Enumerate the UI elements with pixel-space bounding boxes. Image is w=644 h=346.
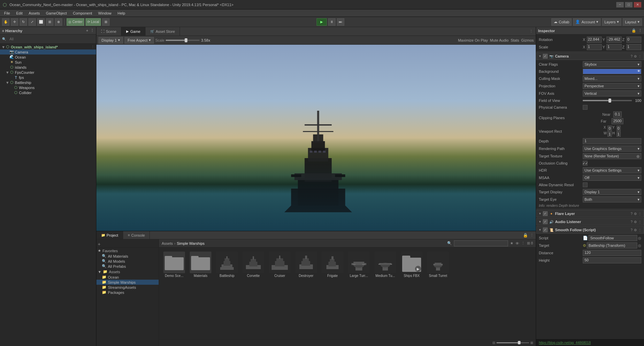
menu-gameobject[interactable]: GameObject [43, 10, 70, 16]
play-button[interactable]: ▶ [317, 18, 327, 26]
target-ref-target-icon[interactable]: ◎ [638, 243, 641, 248]
vp-w-value[interactable]: 1 [607, 131, 612, 137]
asset-item-corvette[interactable]: Corvette [241, 250, 266, 279]
asset-item-medium-turret[interactable]: Medium Tu... [373, 250, 398, 279]
project-item-ocean[interactable]: 📁 Ocean [96, 275, 159, 280]
culling-mask-dropdown[interactable]: Mixed... ▾ [583, 75, 641, 82]
hierarchy-add-icon[interactable]: + [86, 28, 88, 33]
camera-comp-enable[interactable]: ✓ [543, 54, 548, 59]
physical-camera-checkbox[interactable] [583, 105, 588, 110]
minimize-button[interactable]: − [616, 2, 624, 7]
occlusion-culling-checkbox[interactable]: ✓ [583, 161, 588, 166]
smooth-follow-more-icon[interactable]: ⋮ [638, 228, 642, 232]
asset-item-small-turret[interactable]: Small Turret [426, 250, 451, 279]
background-color-picker[interactable]: 👁 [583, 69, 641, 74]
mute-audio-button[interactable]: Mute Audio [490, 38, 509, 42]
hierarchy-item-sun[interactable]: ▶ ☀ Sun [0, 60, 96, 65]
more-filter-icon[interactable]: ⋮ [521, 241, 525, 245]
asset-item-frigate[interactable]: Frigate [320, 250, 345, 279]
menu-window[interactable]: Window [95, 10, 114, 16]
scale-z-value[interactable]: 1 [626, 44, 641, 50]
scene-more-icon[interactable]: ⋮ [91, 45, 95, 49]
flare-layer-header[interactable]: ▼ ✓ ✦ Flare Layer ? ⚙ ⋮ [536, 210, 644, 217]
scale-y-value[interactable]: 1 [606, 44, 621, 50]
asset-item-destroyer[interactable]: Destroyer [294, 250, 319, 279]
target-texture-dropdown[interactable]: None (Render Texture) ◎ [583, 153, 641, 159]
hierarchy-item-collider[interactable]: ▶ ⬡ Collider [0, 90, 96, 95]
smooth-follow-settings-icon[interactable]: ⚙ [634, 228, 637, 232]
smooth-follow-enable[interactable]: ✓ [543, 228, 548, 232]
project-item-all-models[interactable]: 🔍 All Models [96, 259, 159, 264]
assets-section-header[interactable]: ▼ 📁 Assets [96, 269, 159, 275]
asset-search-input[interactable] [454, 240, 508, 246]
menu-file[interactable]: File [1, 10, 13, 16]
step-button[interactable]: ⏭ [337, 18, 344, 26]
collab-button[interactable]: ☁ Collab [551, 18, 572, 26]
asset-item-materials[interactable]: Materials [188, 250, 213, 279]
display-dropdown[interactable]: Display 1 ▾ [98, 37, 123, 44]
flare-settings-icon[interactable]: ⚙ [634, 212, 637, 216]
asset-size-slider[interactable] [497, 342, 529, 343]
audio-more-icon[interactable]: ⋮ [638, 220, 642, 224]
custom-tool-button[interactable]: ⊕ [55, 18, 62, 26]
layout-button[interactable]: Layout ▾ [623, 18, 642, 26]
grid-button[interactable]: ⊞ [102, 18, 110, 26]
local-button[interactable]: ⟳ Local [86, 18, 101, 26]
allow-dynamic-checkbox[interactable] [583, 182, 588, 187]
tab-project[interactable]: 📁 Project [96, 231, 123, 239]
near-value[interactable]: 0.1 [613, 111, 622, 117]
bottom-more-icon[interactable]: ⋮ [530, 233, 534, 237]
msaa-dropdown[interactable]: Off ▾ [583, 175, 641, 181]
asset-item-ships-fbx[interactable]: ▶ Ships FBX [399, 250, 424, 279]
project-item-streaming-assets[interactable]: 📁 StreamingAssets [96, 285, 159, 290]
hierarchy-search[interactable] [7, 35, 94, 43]
project-item-simple-warships[interactable]: 📁 Simple Warships [96, 280, 159, 285]
move-tool-button[interactable]: ✛ [11, 18, 18, 26]
account-button[interactable]: 👤 Account ▾ [573, 18, 601, 26]
star-filter-icon[interactable]: ★ [510, 241, 513, 245]
far-value[interactable]: 2500 [612, 118, 623, 124]
center-button[interactable]: ◎ Center [67, 18, 84, 26]
hierarchy-item-battleship[interactable]: ▼ ⬡ Battleship [0, 80, 96, 85]
layers-button[interactable]: Layers ▾ [602, 18, 621, 26]
project-item-all-prefabs[interactable]: 🔍 All Prefabs [96, 264, 159, 269]
camera-more-icon[interactable]: ⋮ [638, 55, 642, 58]
aspect-dropdown[interactable]: Free Aspect ▾ [124, 37, 154, 44]
rotation-z-value[interactable]: 0 [626, 37, 641, 43]
hierarchy-item-islands[interactable]: ▶ ⬡ islands [0, 65, 96, 70]
scale-slider[interactable] [166, 40, 200, 41]
script-ref-field[interactable]: SmoothFollow [589, 235, 637, 241]
clear-flags-dropdown[interactable]: Skybox ▾ [583, 61, 641, 67]
asset-item-battleship[interactable]: Battleship [214, 250, 239, 279]
height-field[interactable]: 50 [583, 257, 641, 263]
rotate-tool-button[interactable]: ↻ [20, 18, 27, 26]
camera-settings-icon[interactable]: ⚙ [634, 55, 637, 58]
tab-scene[interactable]: ⛶ Scene [96, 27, 121, 36]
camera-help-icon[interactable]: ? [630, 55, 632, 58]
scale-x-value[interactable]: 1 [587, 44, 602, 50]
tabs-more-button[interactable]: ⋮ [527, 27, 536, 36]
hdr-dropdown[interactable]: Use Graphics Settings ▾ [583, 167, 641, 173]
more-inspector-icon[interactable]: ⋮ [638, 28, 642, 33]
smooth-follow-header[interactable]: ▼ ✓ 📜 Smooth Follow (Script) ? ⚙ ⋮ [536, 226, 644, 234]
flare-layer-enable[interactable]: ✓ [543, 211, 548, 216]
script-target-icon[interactable]: ◎ [638, 236, 641, 240]
target-display-dropdown[interactable]: Display 1 ▾ [583, 189, 641, 195]
close-button[interactable]: ✕ [634, 2, 641, 7]
rotation-y-value[interactable]: -29.462 [606, 37, 621, 43]
rotation-x-value[interactable]: 22.844 [587, 37, 602, 43]
flare-more-icon[interactable]: ⋮ [638, 212, 642, 216]
eye-filter-icon[interactable]: 👁 [515, 241, 519, 245]
camera-component-header[interactable]: ▼ ✓ 📷 Camera ? ⚙ ⋮ [536, 52, 644, 60]
maximize-on-play-button[interactable]: Maximize On Play [458, 38, 488, 42]
rect-tool-button[interactable]: ⬜ [37, 18, 45, 26]
hierarchy-more-icon[interactable]: ⋮ [90, 28, 94, 33]
vp-h-value[interactable]: 1 [617, 131, 621, 137]
project-item-all-materials[interactable]: 🔍 All Materials [96, 254, 159, 259]
asset-item-large-turret[interactable]: Large Turr... [346, 250, 371, 279]
project-item-packages[interactable]: 📁 Packages [96, 290, 159, 295]
path-assets[interactable]: Assets [162, 241, 173, 245]
menu-assets[interactable]: Assets [26, 10, 43, 16]
gizmos-button[interactable]: Gizmos [521, 38, 534, 42]
scale-tool-button[interactable]: ⤢ [28, 18, 36, 26]
